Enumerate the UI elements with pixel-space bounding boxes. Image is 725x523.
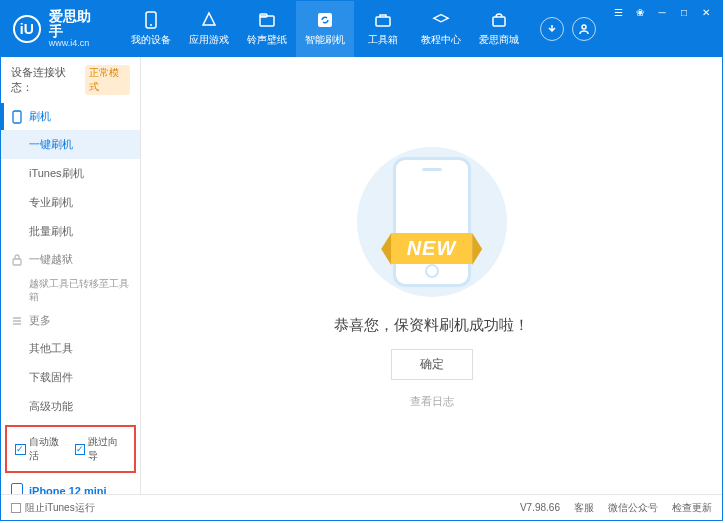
apps-icon: [200, 11, 218, 29]
svg-rect-4: [318, 13, 332, 27]
wechat-link[interactable]: 微信公众号: [608, 501, 658, 515]
nav-label: 应用游戏: [189, 33, 229, 47]
section-more[interactable]: 更多: [1, 307, 140, 334]
device-status: 设备连接状态： 正常模式: [1, 57, 140, 103]
app-header: iU 爱思助手 www.i4.cn 我的设备 应用游戏 铃声壁纸 智能刷机: [1, 1, 722, 57]
maximize-button[interactable]: □: [674, 5, 694, 19]
svg-point-1: [150, 24, 152, 26]
app-title: 爱思助手: [49, 9, 104, 40]
nav-toolbox[interactable]: 工具箱: [354, 1, 412, 57]
minimize-button[interactable]: ─: [652, 5, 672, 19]
svg-point-7: [582, 25, 586, 29]
jailbreak-note: 越狱工具已转移至工具箱: [1, 273, 140, 307]
nav-label: 智能刷机: [305, 33, 345, 47]
refresh-icon: [316, 11, 334, 29]
status-badge: 正常模式: [85, 65, 130, 95]
menu-icon: [11, 315, 23, 327]
toolbox-icon: [374, 11, 392, 29]
skin-button[interactable]: ❀: [630, 5, 650, 19]
app-url: www.i4.cn: [49, 39, 104, 49]
status-label: 设备连接状态：: [11, 65, 81, 95]
menu-button[interactable]: ☰: [608, 5, 628, 19]
sidebar: 设备连接状态： 正常模式 刷机 一键刷机 iTunes刷机 专业刷机 批量刷机 …: [1, 57, 141, 494]
logo-area: iU 爱思助手 www.i4.cn: [1, 1, 116, 57]
checkbox-icon: [11, 503, 21, 513]
section-jailbreak[interactable]: 一键越狱: [1, 246, 140, 273]
device-icon: [142, 11, 160, 29]
sidebar-item-advanced[interactable]: 高级功能: [1, 392, 140, 421]
grad-cap-icon: [432, 11, 450, 29]
section-label: 更多: [29, 313, 51, 328]
sidebar-item-download[interactable]: 下载固件: [1, 363, 140, 392]
svg-rect-6: [493, 17, 505, 26]
flash-icon: [11, 110, 23, 124]
nav-label: 铃声壁纸: [247, 33, 287, 47]
sidebar-item-batch[interactable]: 批量刷机: [1, 217, 140, 246]
phone-icon: [11, 483, 23, 494]
main-content: NEW 恭喜您，保资料刷机成功啦！ 确定 查看日志: [141, 57, 722, 494]
nav-apps[interactable]: 应用游戏: [180, 1, 238, 57]
new-banner: NEW: [391, 233, 473, 264]
main-nav: 我的设备 应用游戏 铃声壁纸 智能刷机 工具箱 教程中心: [122, 1, 528, 57]
lock-icon: [11, 254, 23, 266]
svg-rect-5: [376, 17, 390, 26]
checkbox-block-itunes[interactable]: 阻止iTunes运行: [11, 501, 95, 515]
download-button[interactable]: [540, 17, 564, 41]
block-label: 阻止iTunes运行: [25, 501, 95, 515]
titlebar-buttons: ☰ ❀ ─ □ ✕: [608, 1, 722, 57]
nav-ringtones[interactable]: 铃声壁纸: [238, 1, 296, 57]
svg-rect-9: [13, 259, 21, 265]
sidebar-item-oneclick[interactable]: 一键刷机: [1, 130, 140, 159]
update-link[interactable]: 检查更新: [672, 501, 712, 515]
nav-label: 爱思商城: [479, 33, 519, 47]
nav-label: 教程中心: [421, 33, 461, 47]
nav-my-device[interactable]: 我的设备: [122, 1, 180, 57]
sidebar-item-pro[interactable]: 专业刷机: [1, 188, 140, 217]
nav-flash[interactable]: 智能刷机: [296, 1, 354, 57]
logo-icon: iU: [13, 15, 41, 43]
nav-label: 工具箱: [368, 33, 398, 47]
close-button[interactable]: ✕: [696, 5, 716, 19]
options-row: ✓自动激活 ✓跳过向导: [5, 425, 136, 473]
support-link[interactable]: 客服: [574, 501, 594, 515]
checkbox-skip-guide[interactable]: ✓跳过向导: [75, 435, 127, 463]
sidebar-item-other[interactable]: 其他工具: [1, 334, 140, 363]
success-illustration: NEW: [352, 142, 512, 302]
section-label: 刷机: [29, 109, 51, 124]
section-flash[interactable]: 刷机: [1, 103, 140, 130]
device-row[interactable]: iPhone 12 mini: [1, 477, 140, 494]
checkbox-auto-activate[interactable]: ✓自动激活: [15, 435, 67, 463]
nav-store[interactable]: 爱思商城: [470, 1, 528, 57]
footer: 阻止iTunes运行 V7.98.66 客服 微信公众号 检查更新: [1, 494, 722, 520]
store-icon: [490, 11, 508, 29]
version-label: V7.98.66: [520, 502, 560, 513]
user-button[interactable]: [572, 17, 596, 41]
device-name: iPhone 12 mini: [29, 485, 107, 494]
svg-rect-8: [13, 111, 21, 123]
nav-tutorials[interactable]: 教程中心: [412, 1, 470, 57]
folder-icon: [258, 11, 276, 29]
sidebar-item-itunes[interactable]: iTunes刷机: [1, 159, 140, 188]
section-label: 一键越狱: [29, 252, 73, 267]
success-message: 恭喜您，保资料刷机成功啦！: [334, 316, 529, 335]
view-log-link[interactable]: 查看日志: [410, 394, 454, 409]
chk-label: 自动激活: [29, 435, 67, 463]
chk-label: 跳过向导: [88, 435, 126, 463]
nav-label: 我的设备: [131, 33, 171, 47]
ok-button[interactable]: 确定: [391, 349, 473, 380]
